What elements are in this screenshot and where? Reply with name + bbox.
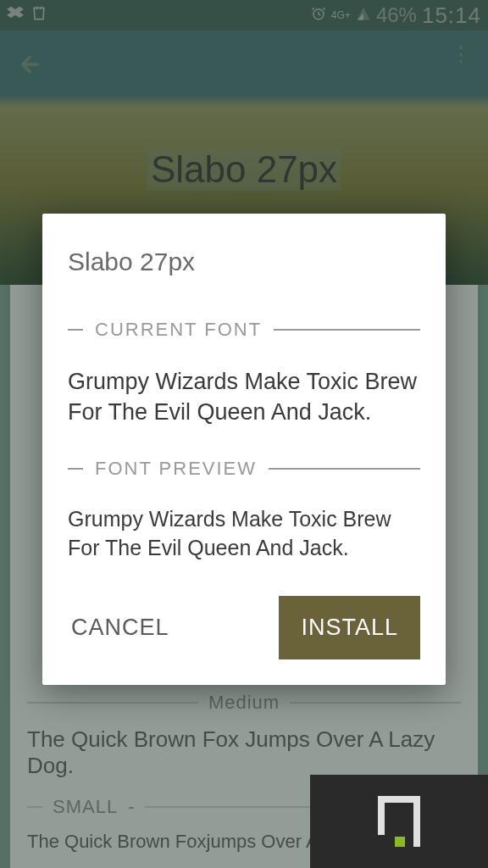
cancel-button[interactable]: CANCEL: [68, 606, 173, 649]
watermark-badge: [310, 775, 488, 868]
dialog-title: Slabo 27px: [68, 248, 420, 276]
font-preview-label: FONT PREVIEW: [68, 458, 420, 480]
current-font-label: CURRENT FONT: [68, 319, 420, 341]
install-dialog: Slabo 27px CURRENT FONT Grumpy Wizards M…: [42, 214, 446, 685]
font-preview-sample: Grumpy Wizards Make Toxic Brew For The E…: [68, 505, 420, 563]
install-button[interactable]: INSTALL: [279, 596, 420, 659]
phonandroid-logo-icon: [378, 796, 420, 847]
current-font-sample: Grumpy Wizards Make Toxic Brew For The E…: [68, 366, 420, 428]
